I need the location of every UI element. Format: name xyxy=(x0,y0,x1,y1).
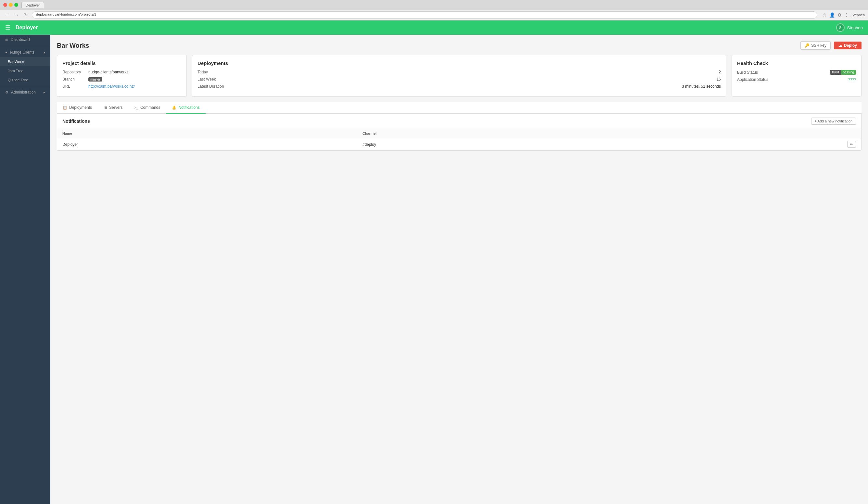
build-status-label: Build Status xyxy=(737,70,758,75)
page-header: Bar Works 🔑 SSH key ☁ Deploy xyxy=(57,41,861,50)
app-wrapper: ☰ Deployer S Stephen ⊞ Dashboard ● Nudge… xyxy=(0,20,868,504)
deployments-title: Deployments xyxy=(197,60,721,66)
browser-forward-btn[interactable]: → xyxy=(13,12,20,18)
deployments-tab-icon: 📋 xyxy=(63,106,67,110)
nudge-clients-chevron-icon: ▾ xyxy=(43,51,45,54)
servers-tab-icon: 🖥 xyxy=(104,106,107,109)
page-actions: 🔑 SSH key ☁ Deploy xyxy=(800,41,861,50)
top-nav-user: S Stephen xyxy=(836,23,863,32)
browser-menu-icon[interactable]: ⋮ xyxy=(844,12,849,18)
browser-refresh-btn[interactable]: ↻ xyxy=(23,12,29,18)
browser-user-name: Stephen xyxy=(851,13,865,17)
health-check-title: Health Check xyxy=(737,60,856,66)
sidebar-section-nudge-clients[interactable]: ● Nudge Clients ▾ xyxy=(0,48,50,57)
browser-toolbar-icons: ☆ 👤 ⚙ ⋮ xyxy=(823,12,849,18)
tab-notifications[interactable]: 🔔 Notifications xyxy=(166,102,205,114)
url-link[interactable]: http://calm.barworks.co.nz/ xyxy=(89,84,135,89)
deploy-icon: ☁ xyxy=(838,43,842,48)
last-week-label: Last Week xyxy=(197,77,216,82)
browser-back-btn[interactable]: ← xyxy=(3,12,10,18)
deployments-tab-label: Deployments xyxy=(69,105,92,110)
top-nav: ☰ Deployer S Stephen xyxy=(0,20,868,35)
last-week-value: 16 xyxy=(717,77,721,82)
branch-row: Branch master xyxy=(62,77,181,82)
branch-label: Branch xyxy=(62,77,89,82)
last-week-row: Last Week 16 xyxy=(197,77,721,82)
notifications-header: Notifications + Add a new notification xyxy=(57,114,861,129)
notifications-table: Name Channel Deployer #deploy ✏ xyxy=(57,129,861,150)
tab-commands[interactable]: >_ Commands xyxy=(128,102,166,114)
repository-row: Repository nudge-clients/barworks xyxy=(62,70,181,74)
browser-titlebar: Deployer xyxy=(0,0,868,10)
latest-duration-row: Latest Duration 3 minutes, 51 seconds xyxy=(197,84,721,89)
notif-name: Deployer xyxy=(57,138,357,151)
close-window-btn[interactable] xyxy=(3,3,7,7)
sidebar-administration-label: Administration xyxy=(11,90,36,94)
administration-chevron-icon: ▸ xyxy=(43,91,45,94)
tabs-bar: 📋 Deployments 🖥 Servers >_ Commands 🔔 No… xyxy=(57,102,861,114)
url-label: URL xyxy=(62,84,89,89)
sidebar-jam-tree-label: Jam Tree xyxy=(8,69,23,73)
ssh-key-button[interactable]: 🔑 SSH key xyxy=(800,41,831,50)
user-avatar[interactable]: S xyxy=(836,23,845,32)
today-label: Today xyxy=(197,70,208,74)
browser-tab[interactable]: Deployer xyxy=(21,2,44,8)
sidebar-item-dashboard[interactable]: ⊞ Dashboard xyxy=(0,35,50,44)
notif-actions: ✏ xyxy=(640,138,861,151)
browser-settings-icon[interactable]: ⚙ xyxy=(837,12,842,18)
app-status-row: Application Status ???? xyxy=(737,77,856,82)
branch-badge: master xyxy=(89,77,102,82)
sidebar-nudge-clients-label: Nudge Clients xyxy=(10,50,34,54)
sidebar-item-jam-tree[interactable]: Jam Tree xyxy=(0,66,50,75)
latest-duration-label: Latest Duration xyxy=(197,84,224,89)
today-row: Today 2 xyxy=(197,70,721,74)
deployments-card: Deployments Today 2 Last Week 16 Latest … xyxy=(192,55,726,97)
repository-value: nudge-clients/barworks xyxy=(89,70,128,74)
minimize-window-btn[interactable] xyxy=(9,3,13,7)
browser-star-icon[interactable]: ☆ xyxy=(823,12,827,18)
app-status-label: Application Status xyxy=(737,77,768,82)
notifications-tab-label: Notifications xyxy=(178,105,199,110)
edit-notification-button[interactable]: ✏ xyxy=(847,141,856,148)
browser-account-icon[interactable]: 👤 xyxy=(829,12,835,18)
hamburger-menu-btn[interactable]: ☰ xyxy=(5,24,10,31)
notifications-table-header: Name Channel xyxy=(57,129,861,138)
notifications-panel: Notifications + Add a new notification N… xyxy=(57,114,861,151)
notifications-panel-title: Notifications xyxy=(62,118,90,124)
cards-row: Project details Repository nudge-clients… xyxy=(57,55,861,97)
browser-chrome: Deployer ← → ↻ deploy.aardvarklondon.com… xyxy=(0,0,868,20)
repository-label: Repository xyxy=(62,70,89,74)
col-actions-header xyxy=(640,129,861,138)
sidebar-item-quince-tree[interactable]: Quince Tree xyxy=(0,75,50,84)
sidebar-section-administration[interactable]: ⚙ Administration ▸ xyxy=(0,87,50,97)
tab-deployments[interactable]: 📋 Deployments xyxy=(57,102,98,114)
notif-channel: #deploy xyxy=(357,138,640,151)
browser-url-bar[interactable]: deploy.aardvarklondon.com/projects/3 xyxy=(32,11,817,19)
project-details-title: Project details xyxy=(62,60,181,66)
sidebar-divider-1 xyxy=(0,46,50,46)
browser-tab-title: Deployer xyxy=(26,3,40,7)
add-notification-button[interactable]: + Add a new notification xyxy=(811,117,856,125)
url-row: URL http://calm.barworks.co.nz/ xyxy=(62,84,181,89)
table-row: Deployer #deploy ✏ xyxy=(57,138,861,151)
build-badge-right: passing xyxy=(841,70,856,75)
browser-window-controls[interactable] xyxy=(3,3,18,7)
sidebar-item-bar-works[interactable]: Bar Works xyxy=(0,57,50,66)
sidebar-dashboard-label: Dashboard xyxy=(11,37,30,42)
browser-addressbar: ← → ↻ deploy.aardvarklondon.com/projects… xyxy=(0,10,868,20)
health-check-card: Health Check Build Status build passing … xyxy=(732,55,861,97)
nudge-clients-icon: ● xyxy=(5,50,8,54)
top-nav-username: Stephen xyxy=(847,25,863,30)
main-layout: ⊞ Dashboard ● Nudge Clients ▾ Bar Works … xyxy=(0,35,868,504)
commands-tab-icon: >_ xyxy=(134,106,138,109)
administration-icon: ⚙ xyxy=(5,90,9,94)
latest-duration-value: 3 minutes, 51 seconds xyxy=(682,84,721,89)
app-brand: Deployer xyxy=(16,25,38,31)
tab-servers[interactable]: 🖥 Servers xyxy=(98,102,128,114)
deploy-button[interactable]: ☁ Deploy xyxy=(834,42,861,49)
dashboard-icon: ⊞ xyxy=(5,38,8,42)
sidebar: ⊞ Dashboard ● Nudge Clients ▾ Bar Works … xyxy=(0,35,50,504)
key-icon: 🔑 xyxy=(805,43,809,48)
sidebar-divider-2 xyxy=(0,86,50,86)
maximize-window-btn[interactable] xyxy=(14,3,18,7)
